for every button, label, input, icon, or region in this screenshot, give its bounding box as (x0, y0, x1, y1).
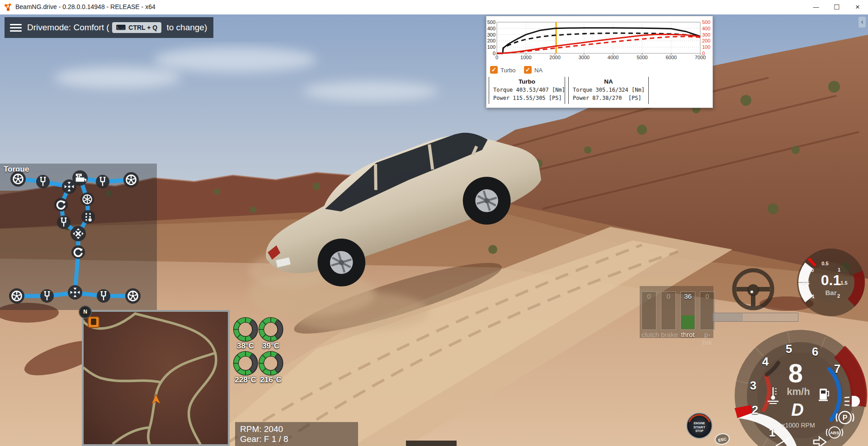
brake-temp-front-left: 38°C (231, 342, 259, 351)
tach-number-6: 6 (812, 345, 818, 358)
pedals-app: 0 0 36 0 clutch brake throt p-brk (640, 286, 713, 338)
clipped-counter-box (406, 441, 457, 446)
gear-indicator: D (791, 400, 803, 419)
rear-differential-node (68, 285, 82, 300)
window-title: BeamNG.drive - 0.28.0.0.14948 - RELEASE … (15, 3, 156, 10)
y-axis-tick: 300 (486, 32, 495, 38)
x-axis-tick: 5000 (632, 55, 652, 60)
y-axis-tick: 400 (486, 26, 495, 31)
driveshaft-front-node (57, 216, 71, 229)
x-axis-tick: 1000 (516, 55, 536, 60)
y-axis-tick-right: 200 (702, 38, 713, 43)
hotkey-badge: ⌨ CTRL + Q (112, 22, 162, 33)
brake-temp-rear-left: 228°C (231, 376, 259, 385)
rpm-scale-label: x1000 RPM (782, 422, 815, 429)
engine-button-line1: ENGINE (694, 422, 706, 425)
tach-number-2: 2 (752, 403, 758, 417)
driveshaft-rear-node (71, 245, 85, 259)
boost-tick-0: 0 (811, 268, 814, 273)
gearbox-node (81, 210, 95, 224)
wheel-rr-node (125, 288, 141, 304)
transfer-case-node (71, 226, 86, 241)
x-axis-tick: 6000 (661, 55, 681, 60)
throttle-value: 36 (680, 292, 695, 300)
wheel-fl-node (10, 171, 26, 187)
brake-disc-fl-icon (234, 318, 258, 342)
map-marker-icon[interactable] (88, 316, 99, 328)
clutch-label: clutch (642, 331, 656, 338)
chevron-left-icon: ‹ (861, 18, 863, 25)
boost-tick-15: 1.5 (840, 280, 847, 286)
boost-tick-05: 0.5 (821, 261, 828, 266)
wheel-fr-node (123, 172, 139, 188)
turbo-stats-heading: Turbo (489, 78, 565, 85)
tach-number-3: 3 (750, 379, 756, 392)
telemetry-panel: RPM: 2040 Gear: F 1 / 8 (235, 422, 358, 446)
plot-frame (497, 22, 700, 53)
keyboard-icon: ⌨ (116, 23, 126, 32)
powertrain-app: Torque (0, 164, 157, 310)
x-axis-tick: 7000 (690, 55, 710, 60)
brake-disc-rl-icon (234, 352, 258, 376)
speed-unit: km/h (787, 386, 810, 397)
menu-button[interactable] (10, 22, 22, 33)
brake-temp-rear-right: 216°C (257, 376, 285, 385)
halfshaft-rl-node (40, 289, 54, 303)
minimize-button[interactable]: — (806, 0, 826, 14)
minimap-roads (84, 312, 228, 444)
na-checkbox[interactable]: ✓ (524, 66, 532, 74)
na-stats-column: NA Torque 305.16/324 [Nm] Power 87.38/27… (568, 77, 649, 104)
engine-button-line3: STOP (695, 429, 703, 432)
y-axis-tick-right: 100 (702, 44, 713, 50)
turbo-checkbox-label: Turbo (500, 67, 515, 74)
turbo-checkbox[interactable]: ✓ (490, 66, 498, 74)
x-axis-tick: 3000 (574, 55, 594, 60)
tach-number-5: 5 (786, 342, 792, 356)
brake-disc-rr-icon (259, 352, 283, 376)
maximize-button[interactable]: ☐ (826, 0, 847, 14)
na-torque-value: Torque 305.16/324 [Nm] (573, 87, 648, 93)
sidebar-handle[interactable]: ‹ (859, 17, 866, 28)
abs-label: ABS (830, 430, 839, 435)
chart-curves (497, 22, 700, 53)
na-stats-heading: NA (569, 78, 648, 85)
brake-label: brake (661, 331, 676, 338)
torque-converter-node (54, 198, 68, 211)
y-axis-tick-right: 300 (702, 32, 713, 38)
parkbrake-value: 0 (700, 292, 715, 300)
x-axis-tick: 0 (487, 55, 507, 60)
halfshaft-rr-node (97, 289, 110, 303)
boost-value: 0.1 (821, 272, 841, 288)
drivemode-text-suffix: to change) (164, 23, 207, 33)
tach-number-4: 4 (762, 355, 769, 368)
turbocharger-node (80, 192, 94, 206)
turbo-torque-value: Torque 403.53/407 [Nm] (493, 87, 565, 93)
x-axis-tick: 4000 (603, 55, 623, 60)
y-axis-tick-right: 400 (702, 26, 713, 31)
brake-temp-front-right: 39°C (257, 342, 285, 351)
tachometer: 1 2 3 4 5 6 7 8 km/h D x1000 RPM (723, 330, 868, 446)
hotkey-label: CTRL + Q (128, 24, 157, 31)
boost-tick-2: 2 (837, 293, 840, 299)
speed-value: 8 (788, 358, 803, 388)
turbo-power-value: Power 115.55/305 [PS] (493, 95, 565, 101)
rpm-readout: RPM: 2040 (240, 424, 358, 434)
scrollbar-thumb[interactable] (713, 313, 743, 321)
close-button[interactable]: ✕ (847, 0, 868, 14)
engine-start-stop-button[interactable]: ENGINE START STOP (685, 412, 713, 440)
player-arrow-icon (151, 394, 160, 404)
drivemode-banner: Drivemode: Comfort ( ⌨ CTRL + Q to chang… (5, 17, 213, 38)
na-checkbox-label: NA (534, 67, 542, 74)
y-axis-tick: 100 (486, 44, 495, 50)
halfshaft-fl-node (36, 175, 50, 188)
grid (497, 22, 700, 53)
title-bar: BeamNG.drive - 0.28.0.0.14948 - RELEASE … (0, 0, 868, 15)
headlight-icon (844, 396, 860, 407)
tach-number-7: 7 (834, 362, 840, 376)
horizontal-scrollbar[interactable] (712, 313, 798, 322)
x-axis-tick: 2000 (545, 55, 565, 60)
gear-readout: Gear: F 1 / 8 (240, 434, 358, 444)
boost-gauge: 0 0.5 1 1.5 2 -1 -0.5 0.1 Bar (793, 248, 868, 317)
beamng-window: BeamNG.drive - 0.28.0.0.14948 - RELEASE … (0, 0, 868, 446)
brake-value: 0 (661, 292, 676, 300)
